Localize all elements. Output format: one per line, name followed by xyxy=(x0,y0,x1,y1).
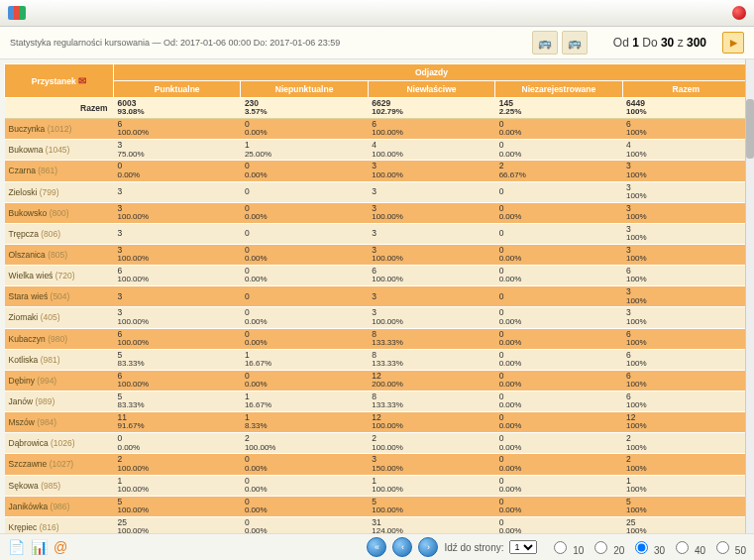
col-0[interactable]: Punktualne xyxy=(114,81,241,98)
page-size-radio[interactable] xyxy=(554,541,567,554)
value-cell: 12100% xyxy=(622,412,749,433)
page-size-radio[interactable] xyxy=(716,541,729,554)
value-cell: 00.00% xyxy=(495,349,622,370)
value-cell: 583.33% xyxy=(114,349,241,370)
app-window: Statystyka regularności kursowania — Od:… xyxy=(0,0,754,560)
table-row[interactable]: Dębiny (994)6100.00%00.00%12200.00%00.00… xyxy=(5,370,750,391)
stop-cell: Kubaczyn (980) xyxy=(5,328,114,349)
value-cell: 3100% xyxy=(622,161,749,181)
table-row[interactable]: Kotliska (981)583.33%116.67%8133.33%00.0… xyxy=(5,349,750,370)
value-cell: 00.00% xyxy=(241,496,368,516)
table-row[interactable]: Stara wieś (504)30303100% xyxy=(5,286,750,307)
col-stop[interactable]: Przystanek ✉ xyxy=(5,64,114,98)
value-cell: 00.00% xyxy=(241,370,368,391)
col-3[interactable]: Niezarejestrowane xyxy=(495,81,622,98)
page-size-10[interactable]: 10 xyxy=(549,545,584,556)
value-cell: 00.00% xyxy=(241,244,368,265)
table-row[interactable]: Olszanica (805)3100.00%00.00%3100.00%00.… xyxy=(5,244,750,265)
totals-cell: 6449100% xyxy=(622,98,749,119)
bus-arrivals-icon[interactable]: 🚌 xyxy=(562,31,588,55)
value-cell: 6100% xyxy=(622,119,749,140)
prev-page-button[interactable]: ‹ xyxy=(392,537,412,557)
stop-cell: Stara wieś (504) xyxy=(5,286,114,307)
table-row[interactable]: Janikówka (986)5100.00%00.00%5100.00%00.… xyxy=(5,496,750,516)
value-cell: 3100% xyxy=(622,223,749,244)
value-cell: 00.00% xyxy=(241,202,368,223)
value-cell: 0 xyxy=(495,223,622,244)
page-size-40[interactable]: 40 xyxy=(671,545,705,556)
value-cell: 6100% xyxy=(622,349,749,370)
scrollbar-thumb[interactable] xyxy=(746,99,754,159)
close-icon[interactable] xyxy=(732,6,746,20)
table-row[interactable]: Szczawne (1027)2100.00%00.00%3150.00%00.… xyxy=(5,454,750,475)
table-row[interactable]: Trępcza (806)30303100% xyxy=(5,223,750,244)
pdf-icon[interactable]: 📄 xyxy=(8,539,25,555)
table-row[interactable]: Kubaczyn (980)6100.00%00.00%8133.33%00.0… xyxy=(5,328,750,349)
value-cell: 8133.33% xyxy=(368,328,494,349)
scrollbar[interactable] xyxy=(745,59,754,533)
table-row[interactable]: Wielka wieś (720)6100.00%00.00%6100.00%0… xyxy=(5,266,750,286)
table-row[interactable]: Mszów (984)1191.67%18.33%12100.00%00.00%… xyxy=(5,412,750,433)
col-4[interactable]: Razem xyxy=(622,81,749,98)
stop-cell: Wielka wieś (720) xyxy=(5,266,114,286)
stop-cell: Olszanica (805) xyxy=(5,244,114,265)
first-page-button[interactable]: « xyxy=(367,537,386,557)
value-cell: 3100% xyxy=(622,307,749,328)
value-cell: 6100.00% xyxy=(114,266,241,286)
table-row[interactable]: Bukowsko (800)3100.00%00.00%3100.00%00.0… xyxy=(5,202,750,223)
next-page-button[interactable]: ▶ xyxy=(722,32,744,54)
value-cell: 25100% xyxy=(622,516,749,533)
value-cell: 6100.00% xyxy=(368,119,494,140)
bus-departures-icon[interactable]: 🚌 xyxy=(532,31,558,55)
envelope-icon[interactable]: ✉ xyxy=(78,75,86,86)
email-icon[interactable]: @ xyxy=(54,539,67,555)
value-cell: 125.00% xyxy=(241,140,368,161)
next-page-button-footer[interactable]: › xyxy=(418,537,438,557)
value-cell: 1191.67% xyxy=(114,412,241,433)
value-cell: 00.00% xyxy=(241,161,368,181)
totals-label: Razem xyxy=(5,98,114,119)
value-cell: 2100.00% xyxy=(114,454,241,475)
col-1[interactable]: Niepunktualne xyxy=(241,81,368,98)
page-size-30[interactable]: 30 xyxy=(630,545,665,556)
table-row[interactable]: Buczynka (1012)6100.00%00.00%6100.00%00.… xyxy=(5,119,750,140)
table-row[interactable]: Ziomaki (405)3100.00%00.00%3100.00%00.00… xyxy=(5,307,750,328)
value-cell: 116.67% xyxy=(241,391,368,411)
value-cell: 00.00% xyxy=(495,119,622,140)
pager-z: z xyxy=(678,36,684,50)
table-row[interactable]: Dąbrowica (1026)00.00%2100.00%2100.00%00… xyxy=(5,433,750,454)
stop-cell: Dębiny (994) xyxy=(5,370,114,391)
page-size-radio[interactable] xyxy=(676,541,689,554)
col-group: Odjazdy xyxy=(114,64,750,81)
table-row[interactable]: Janów (989)583.33%116.67%8133.33%00.00%6… xyxy=(5,391,750,411)
page-size-radio[interactable] xyxy=(635,541,648,554)
table-row[interactable]: Krępiec (816)25100.00%00.00%31124.00%00.… xyxy=(5,516,750,533)
value-cell: 00.00% xyxy=(241,454,368,475)
value-cell: 00.00% xyxy=(241,119,368,140)
page-size-20[interactable]: 20 xyxy=(590,545,624,556)
value-cell: 6100.00% xyxy=(114,370,241,391)
value-cell: 3 xyxy=(368,286,494,307)
page-size-radio[interactable] xyxy=(594,541,607,554)
col-2[interactable]: Niewłaściwe xyxy=(368,81,494,98)
value-cell: 6100.00% xyxy=(114,119,241,140)
table-row[interactable]: Bukowna (1045)375.00%125.00%4100.00%00.0… xyxy=(5,140,750,161)
value-cell: 00.00% xyxy=(241,266,368,286)
goto-page-select[interactable]: 1 xyxy=(509,540,537,554)
value-cell: 5100.00% xyxy=(114,496,241,516)
excel-icon[interactable]: 📊 xyxy=(31,539,48,555)
stop-cell: Czarna (861) xyxy=(5,161,114,181)
stop-cell: Krępiec (816) xyxy=(5,516,114,533)
table-row[interactable]: Czarna (861)00.00%00.00%3100.00%266.67%3… xyxy=(5,161,750,181)
table-row[interactable]: Zieloski (799)30303100% xyxy=(5,181,750,202)
value-cell: 4100.00% xyxy=(368,140,494,161)
value-cell: 6100.00% xyxy=(368,266,494,286)
page-size-50[interactable]: 50 xyxy=(711,545,746,556)
table-row[interactable]: Sękowa (985)1100.00%00.00%1100.00%00.00%… xyxy=(5,475,750,496)
value-cell: 3100.00% xyxy=(114,244,241,265)
value-cell: 0 xyxy=(241,223,368,244)
value-cell: 00.00% xyxy=(495,202,622,223)
value-cell: 00.00% xyxy=(495,266,622,286)
stop-cell: Szczawne (1027) xyxy=(5,454,114,475)
value-cell: 375.00% xyxy=(114,140,241,161)
